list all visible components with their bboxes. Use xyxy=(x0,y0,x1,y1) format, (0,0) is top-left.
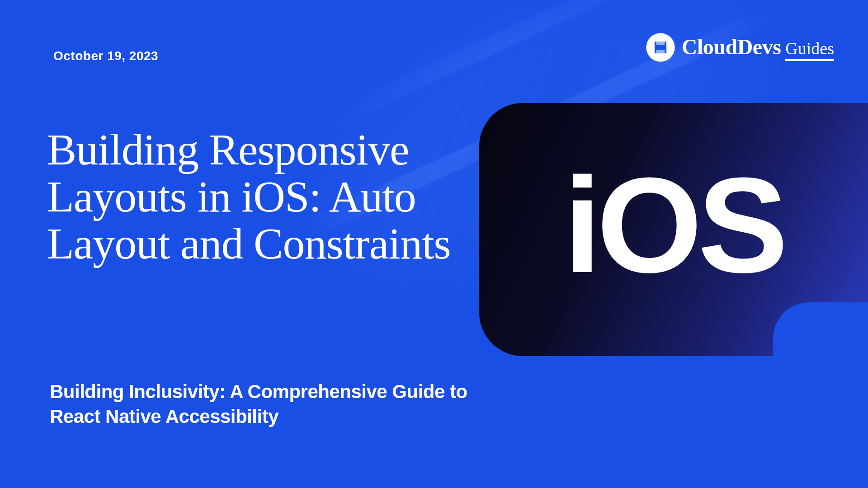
page-title: Building Responsive Layouts in iOS: Auto… xyxy=(47,127,463,267)
publication-date: October 19, 2023 xyxy=(53,49,158,63)
ios-badge-text: iOS xyxy=(564,147,784,303)
clouddevs-logo-icon xyxy=(646,33,675,62)
brand-section: Guides xyxy=(785,38,834,61)
page-subtitle: Building Inclusivity: A Comprehensive Gu… xyxy=(50,380,493,429)
brand-name: CloudDevs xyxy=(682,34,781,59)
brand-text: CloudDevs Guides xyxy=(682,34,834,61)
ios-platform-badge: iOS xyxy=(479,103,868,356)
brand-badge: CloudDevs Guides xyxy=(646,33,834,62)
